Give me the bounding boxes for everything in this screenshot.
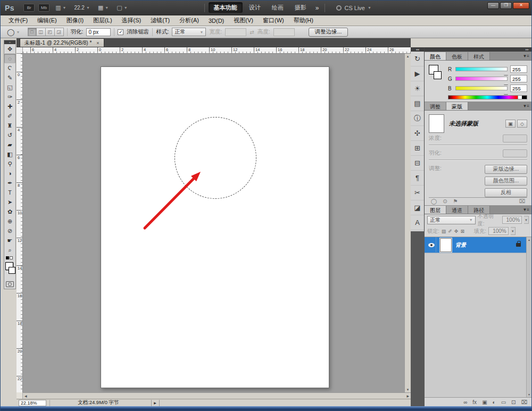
document-tab[interactable]: 未标题-1 @ 22.2%(RGB/8) * × [20,38,104,47]
3d-roll-tool[interactable]: ⊘ [4,226,15,236]
layer-comps-panel-icon[interactable]: ⊟ [411,156,424,171]
background-color-swatch[interactable] [9,267,15,274]
scroll-down-icon[interactable]: ▼ [528,393,530,396]
layer-name[interactable]: 背景 [455,241,516,249]
eraser-tool[interactable]: ▰ [4,140,15,149]
intersect-selection-icon[interactable]: ◲ [55,28,64,36]
mask-view-icon[interactable]: ⊙ [443,198,447,204]
history-brush-tool[interactable]: ↺ [4,130,15,140]
panel-menu-icon[interactable]: ▼≡ [522,104,529,108]
ruler-corner[interactable] [16,47,23,54]
panel-tab[interactable]: 样式 [468,52,490,60]
menu-item[interactable]: 滤镜(T) [146,16,174,24]
vertical-ruler[interactable]: 0246810121416182022 [16,54,23,392]
fill-input[interactable]: 100% [488,227,509,235]
mask-adjust-button[interactable]: 反相 [485,188,527,197]
menu-item[interactable]: 图像(I) [62,16,88,24]
type-tool[interactable]: T [4,188,15,197]
bridge-button[interactable]: Br [23,4,35,12]
strip-expand-grip[interactable]: ◂◂ [411,47,424,52]
channel-slider[interactable] [455,77,508,81]
channel-slider[interactable] [455,86,508,90]
panel-menu-icon[interactable]: ▼≡ [522,54,529,58]
canvas-viewport[interactable] [23,54,404,392]
history-panel-icon[interactable]: ↻ [411,52,424,66]
tool-preset-picker[interactable]: ◯ ▼ [5,28,22,37]
close-button[interactable]: ✕ [513,2,529,9]
dock-collapse-grip[interactable]: ▸▸ [425,47,531,52]
quick-selection-tool[interactable]: ✎ [4,73,15,82]
add-vector-mask-icon[interactable]: ◇ [517,120,527,128]
mask-enable-icon[interactable]: ◯ [431,198,437,204]
workspace-button[interactable]: 绘画 [267,3,288,12]
adjustments-panel-icon[interactable]: ☀ [411,81,424,96]
layer-effects-icon[interactable]: fx [472,399,477,405]
document-canvas[interactable] [101,66,329,388]
view-extras-button[interactable]: ▥ ▼ [53,3,68,12]
clone-source-panel-icon[interactable]: ⊞ [411,141,424,156]
pen-tool[interactable]: ✒ [4,178,15,188]
menu-item[interactable]: 窗口(W) [258,16,289,24]
workspace-button[interactable]: 基本功能 [209,2,243,13]
channel-value-input[interactable]: 255 [510,65,527,73]
toolbar-grip[interactable]: » [4,40,15,44]
lock-position-icon[interactable]: ✥ [454,229,459,234]
minimize-button[interactable]: — [487,2,499,9]
layers-scrollbar[interactable]: ▲ ▼ [526,237,531,397]
adjustment-layer-icon[interactable]: ◐ [493,399,496,405]
status-zoom-input[interactable]: 22.18% [19,400,46,406]
lock-transparent-icon[interactable]: ▨ [442,229,446,234]
menu-item[interactable]: 文件(F) [4,16,32,24]
panel-tab[interactable]: 通道 [446,206,468,214]
panel-tab[interactable]: 路径 [468,206,490,214]
scroll-up-icon[interactable]: ▲ [406,55,410,58]
new-selection-icon[interactable]: □ [28,28,37,36]
channel-value-input[interactable]: 255 [510,75,527,82]
spot-healing-brush-tool[interactable]: ✚ [4,102,15,111]
character-panel-icon[interactable]: A [411,215,424,230]
scroll-left-icon[interactable]: ◀ [24,394,27,398]
restore-button[interactable]: ❐ [500,2,512,9]
mini-bridge-button[interactable]: Mb [38,4,49,12]
lock-all-icon[interactable]: ⊠ [460,229,464,234]
masks-panel-icon[interactable]: ◪ [411,200,424,215]
crop-tool[interactable]: ◱ [4,82,15,92]
style-select[interactable]: 正常 ▼ [172,28,206,36]
channel-slider[interactable] [455,67,508,71]
color-spectrum-ramp[interactable] [448,95,527,99]
background-color-swatch[interactable] [434,71,442,79]
mask-adjust-button[interactable]: 蒙版边缘... [485,165,527,174]
menu-item[interactable]: 图层(L) [88,16,117,24]
lasso-tool[interactable]: Ϛ [4,63,15,73]
layer-row-background[interactable]: 背景 [425,237,526,253]
panel-tab[interactable]: 图层 [425,206,446,214]
screen-mode-button[interactable]: ▢ ▼ [114,3,129,12]
mask-color-icon[interactable]: ⚑ [453,198,458,204]
layer-thumbnail[interactable] [440,238,452,252]
actions-panel-icon[interactable]: ▶ [411,66,424,81]
cs-live-button[interactable]: CS Live ▼ [336,5,371,11]
add-selection-icon[interactable]: ◫ [37,28,46,36]
link-layers-icon[interactable]: ∞ [463,399,467,405]
status-menu-button[interactable]: ▶ [151,400,160,406]
horizontal-scrollbar[interactable]: ◀ ▶ [23,392,411,399]
vertical-scrollbar[interactable]: ▲ ▼ [404,54,411,392]
hand-tool[interactable]: ☛ [4,236,15,245]
paragraph-panel-icon[interactable]: ¶ [411,171,424,186]
3d-rotate-tool[interactable]: ⊕ [4,216,15,226]
fill-dropdown-icon[interactable]: ▼ [511,227,516,235]
delete-mask-icon[interactable]: ⌧ [519,198,525,204]
panel-tab[interactable]: 蒙版 [446,102,468,110]
new-group-icon[interactable]: ▭ [501,399,506,405]
move-tool[interactable]: ✥ [4,44,15,54]
antialias-checkbox[interactable]: ✓ [118,29,123,35]
panel-menu-icon[interactable]: ▼≡ [522,207,529,212]
workspace-overflow-button[interactable]: » [313,4,321,12]
workspace-button[interactable]: 摄影 [290,3,311,12]
menu-item[interactable]: 帮助(H) [289,16,318,24]
blur-tool[interactable]: ⚲ [4,159,15,169]
zoom-tool[interactable]: ⌕ [4,245,15,255]
zoom-level-button[interactable]: 22.2 ▼ [72,4,92,12]
blend-mode-select[interactable]: 正常 ▼ [427,216,476,224]
dodge-tool[interactable]: ◑ [4,169,15,178]
